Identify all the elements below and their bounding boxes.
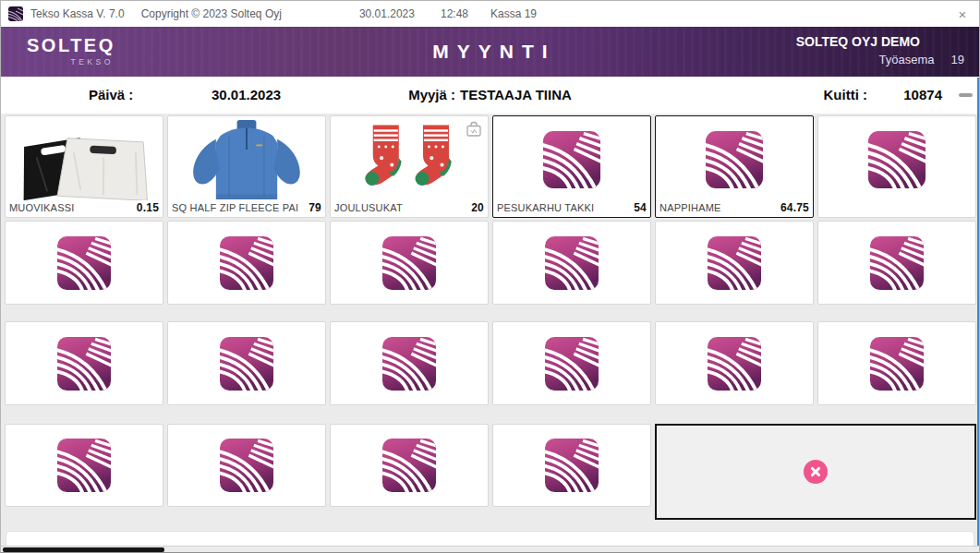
seller-label: Myyjä :: [408, 87, 455, 102]
product-tile-fleece[interactable]: SQ HALF ZIP FLEECE PAI 79: [167, 115, 326, 218]
titlebar-date: 30.01.2023: [359, 7, 415, 20]
product-tile-empty[interactable]: [817, 221, 976, 305]
date-value: 30.01.2023: [212, 87, 281, 102]
product-price: 20: [471, 201, 484, 214]
product-tile-empty[interactable]: [655, 221, 814, 305]
product-label: [818, 201, 975, 217]
product-name: JOULUSUKAT: [334, 202, 467, 213]
product-tile-empty[interactable]: [330, 221, 489, 305]
titlebar: Tekso Kassa V. 7.0 Copyright © 2023 Solt…: [1, 1, 979, 27]
solteq-placeholder-icon: [545, 236, 599, 290]
company-name: SOLTEQ OYJ DEMO: [796, 34, 979, 49]
solteq-placeholder-icon: [545, 337, 599, 391]
horizontal-scrollbar[interactable]: [1, 546, 979, 552]
close-action-button[interactable]: [804, 460, 828, 484]
product-price: 54: [634, 201, 647, 214]
app-window: Tekso Kassa V. 7.0 Copyright © 2023 Solt…: [0, 0, 980, 553]
product-tile-empty[interactable]: [492, 221, 651, 305]
product-tile-empty[interactable]: [817, 321, 976, 405]
titlebar-time: 12:48: [441, 7, 468, 20]
receipt-label: Kuitti :: [824, 87, 867, 102]
product-image-placeholder: [818, 116, 975, 201]
brand-subname: TEKSO: [27, 57, 115, 66]
product-tile-empty[interactable]: [5, 221, 163, 305]
product-tile-muovikassi[interactable]: MUOVIKASSI 0.15: [5, 115, 163, 218]
product-tile-empty[interactable]: [330, 321, 489, 405]
drop-panel[interactable]: [655, 424, 976, 520]
solteq-placeholder-icon: [382, 236, 436, 290]
app-header: SOLTEQ TEKSO MYYNTI SOLTEQ OYJ DEMO Työa…: [1, 27, 979, 77]
seller-value: TESTAAJA TIINA: [460, 87, 572, 102]
close-icon[interactable]: ×: [953, 5, 972, 23]
solteq-placeholder-icon: [57, 236, 111, 290]
product-name: PESUKARHU TAKKI: [497, 202, 630, 213]
solteq-placeholder-icon: [708, 337, 761, 391]
product-tile-empty[interactable]: [5, 321, 163, 405]
solteq-placeholder-icon: [57, 337, 111, 391]
solteq-placeholder-icon: [708, 236, 761, 290]
product-name: SQ HALF ZIP FLEECE PAI: [172, 202, 305, 213]
product-tile-empty[interactable]: [5, 424, 163, 507]
product-image-bags: [6, 116, 163, 201]
product-name: MUOVIKASSI: [9, 202, 133, 213]
product-image-placeholder: [493, 116, 650, 201]
brand-name: SOLTEQ: [27, 35, 115, 56]
window-title: Tekso Kassa V. 7.0: [30, 7, 125, 20]
product-price: 0.15: [137, 201, 159, 214]
product-label: JOULUSUKAT 20: [331, 201, 488, 217]
product-label: PESUKARHU TAKKI 54: [493, 201, 650, 217]
header-right: SOLTEQ OYJ DEMO Työasema19: [796, 34, 979, 66]
product-tile-joulusukat[interactable]: JOULUSUKAT 20: [330, 115, 489, 218]
product-name: NAPPIHAME: [659, 202, 777, 213]
receipt-number: 10874: [903, 87, 942, 102]
solteq-placeholder-icon: [220, 439, 273, 492]
product-row: MUOVIKASSI 0.15: [5, 115, 976, 217]
workstation-info: Työasema19: [796, 53, 979, 66]
bag-icon: [465, 120, 483, 142]
solteq-placeholder-icon: [543, 131, 600, 188]
product-price: 64.75: [780, 201, 809, 214]
product-tile-empty[interactable]: [492, 424, 651, 507]
titlebar-register: Kassa 19: [490, 7, 537, 20]
workstation-value: 19: [951, 53, 964, 66]
product-tile-empty[interactable]: [167, 321, 326, 405]
solteq-logo-icon: [8, 6, 23, 21]
window-edge-accent: [977, 78, 979, 546]
mini-scrollbar-thumb[interactable]: [959, 93, 973, 97]
workstation-label: Työasema: [879, 53, 935, 66]
solteq-placeholder-icon: [382, 439, 436, 492]
seller-info: Myyjä :TESTAAJA TIINA: [408, 87, 572, 102]
product-tile-pesukarhu-takki[interactable]: PESUKARHU TAKKI 54: [492, 115, 651, 218]
solteq-placeholder-icon: [706, 131, 763, 188]
product-tile-nappihame[interactable]: NAPPIHAME 64.75: [655, 115, 814, 218]
product-row: [5, 424, 976, 520]
solteq-placeholder-icon: [868, 131, 926, 188]
copyright-text: Copyright © 2023 Solteq Oyj: [141, 7, 282, 20]
product-tile-empty[interactable]: [655, 321, 814, 405]
page-title: MYYNTI: [424, 41, 555, 63]
solteq-placeholder-icon: [57, 439, 111, 492]
product-label: MUOVIKASSI 0.15: [6, 201, 163, 217]
product-tile-empty[interactable]: [330, 424, 489, 507]
info-bar: Päivä : 30.01.2023 Myyjä :TESTAAJA TIINA…: [1, 77, 979, 114]
product-label: SQ HALF ZIP FLEECE PAI 79: [168, 201, 325, 217]
brand-logo: SOLTEQ TEKSO: [27, 35, 115, 66]
product-tile-empty[interactable]: [817, 115, 976, 218]
product-image-fleece: [168, 116, 325, 201]
solteq-placeholder-icon: [870, 236, 924, 290]
solteq-placeholder-icon: [382, 337, 436, 391]
product-tile-empty[interactable]: [167, 424, 326, 507]
solteq-placeholder-icon: [220, 236, 273, 290]
solteq-placeholder-icon: [220, 337, 273, 391]
product-tile-empty[interactable]: [492, 321, 651, 405]
solteq-placeholder-icon: [545, 439, 599, 492]
product-row: [5, 321, 976, 405]
product-tile-empty[interactable]: [167, 221, 326, 305]
product-label: NAPPIHAME 64.75: [656, 201, 813, 217]
product-price: 79: [309, 201, 321, 214]
scrollbar-thumb[interactable]: [3, 547, 164, 552]
product-image-placeholder: [656, 116, 813, 201]
solteq-placeholder-icon: [870, 337, 924, 391]
product-row: [5, 221, 976, 305]
product-grid: MUOVIKASSI 0.15: [1, 114, 979, 547]
